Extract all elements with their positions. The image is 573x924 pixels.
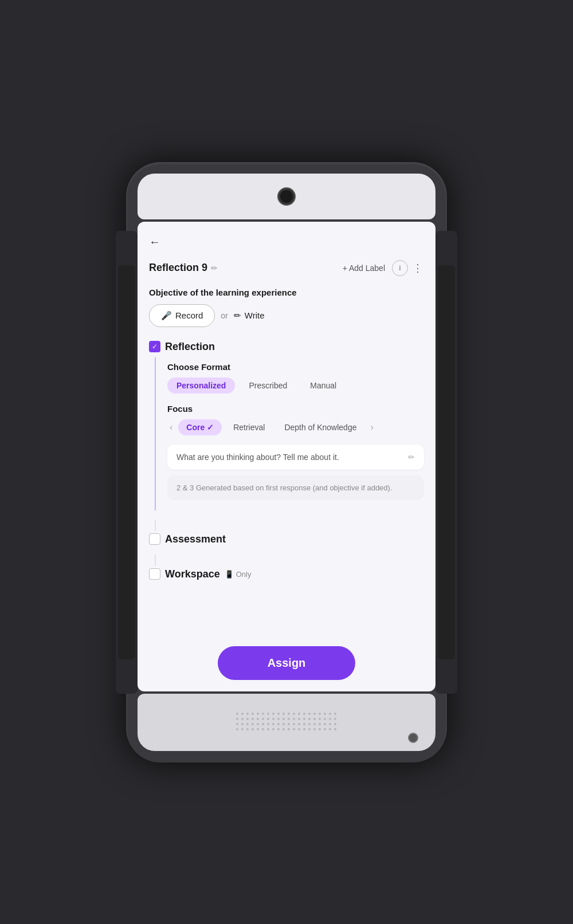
- question-edit-icon[interactable]: ✏: [408, 453, 415, 462]
- reflection-title: Reflection: [165, 341, 215, 353]
- connector-line-2: [155, 555, 424, 566]
- workspace-checkbox[interactable]: [149, 568, 160, 580]
- format-tabs: Personalized Prescribed Manual: [167, 378, 424, 394]
- reflection-section-row: ✓ Reflection: [149, 341, 424, 353]
- write-button[interactable]: ✏ Write: [234, 310, 265, 321]
- workspace-title: Workspace: [165, 568, 220, 580]
- record-label: Record: [175, 310, 203, 320]
- connector-line: [155, 520, 424, 531]
- workspace-section-row: Workspace 📱 Only: [149, 568, 424, 580]
- record-button[interactable]: 🎤 Record: [149, 304, 215, 327]
- generated-text: 2 & 3 Generated based on first response …: [176, 483, 393, 492]
- reflection-content: Choose Format Personalized Prescribed Ma…: [155, 357, 424, 510]
- focus-next-arrow[interactable]: ›: [368, 420, 375, 435]
- speaker-grille: // Generate dots for(let i=0;i<80;i++){ …: [236, 713, 337, 732]
- question-text: What are you thinking about? Tell me abo…: [176, 453, 339, 462]
- reflection-checkbox[interactable]: ✓: [149, 341, 160, 352]
- mobile-icon: 📱: [225, 570, 234, 579]
- assessment-title: Assessment: [165, 533, 226, 545]
- write-pencil-icon: ✏: [234, 310, 241, 321]
- info-button[interactable]: i: [392, 260, 408, 276]
- back-button[interactable]: ←: [149, 231, 160, 253]
- device-frame: ← Reflection 9 ✏ + Add Label i ⋮ Objecti…: [126, 162, 447, 762]
- mic-icon: 🎤: [161, 310, 172, 321]
- add-label-button[interactable]: + Add Label: [343, 264, 385, 273]
- question-card: What are you thinking about? Tell me abo…: [167, 445, 424, 470]
- objective-label: Objective of the learning experience: [149, 288, 424, 297]
- generated-card: 2 & 3 Generated based on first response …: [167, 475, 424, 500]
- screen: ← Reflection 9 ✏ + Add Label i ⋮ Objecti…: [138, 222, 435, 691]
- assessment-section-row: Assessment: [149, 533, 424, 545]
- focus-tabs: ‹ Core ✓ Retrieval Depth of Knowledge ›: [167, 419, 424, 435]
- left-handle: [116, 231, 138, 694]
- choose-format-label: Choose Format: [167, 362, 424, 372]
- speaker-lens: [408, 733, 418, 743]
- focus-tab-retrieval[interactable]: Retrieval: [225, 419, 273, 435]
- format-tab-manual[interactable]: Manual: [301, 378, 346, 394]
- camera: [278, 188, 295, 205]
- only-text: Only: [236, 570, 252, 579]
- header-row: Reflection 9 ✏ + Add Label i ⋮: [149, 260, 424, 276]
- write-label: Write: [245, 310, 265, 320]
- focus-tab-dok[interactable]: Depth of Knowledge: [276, 419, 364, 435]
- top-bar: [138, 174, 435, 219]
- workspace-only-badge: 📱 Only: [225, 570, 252, 579]
- right-handle: [435, 231, 457, 694]
- assign-button[interactable]: Assign: [218, 646, 355, 680]
- record-write-row: 🎤 Record or ✏ Write: [149, 304, 424, 327]
- format-tab-personalized[interactable]: Personalized: [167, 378, 235, 394]
- assessment-checkbox[interactable]: [149, 533, 160, 545]
- focus-prev-arrow[interactable]: ‹: [167, 420, 175, 435]
- edit-title-icon[interactable]: ✏: [211, 264, 218, 273]
- bottom-bar: // Generate dots for(let i=0;i<80;i++){ …: [138, 694, 435, 751]
- focus-label: Focus: [167, 404, 424, 414]
- format-tab-prescribed[interactable]: Prescribed: [240, 378, 296, 394]
- page-title: Reflection 9: [149, 262, 207, 274]
- checkmark-icon: ✓: [152, 343, 158, 351]
- assign-btn-container: Assign: [149, 646, 424, 680]
- more-options-button[interactable]: ⋮: [413, 262, 424, 274]
- or-text: or: [221, 311, 227, 320]
- focus-tab-core[interactable]: Core ✓: [178, 419, 222, 435]
